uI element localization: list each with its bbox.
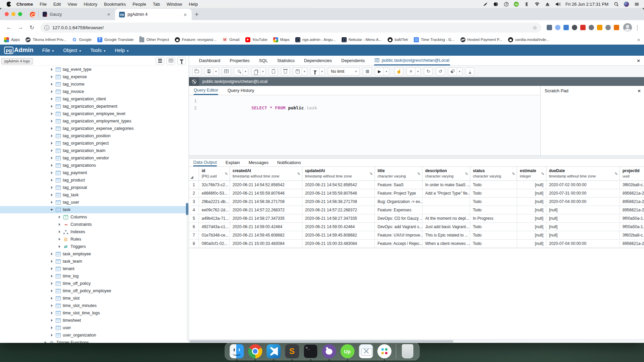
bookmark-item[interactable]: YouTube bbox=[245, 37, 267, 42]
siri-icon[interactable] bbox=[624, 2, 629, 7]
chevron-icon[interactable] bbox=[49, 297, 54, 300]
sidebar-scrollbar-thumb[interactable] bbox=[186, 203, 188, 215]
cell-id[interactable]: e8666f0c-53... bbox=[199, 189, 230, 198]
masks-icon[interactable] bbox=[493, 1, 498, 7]
cell-id[interactable]: 090a0cf1-02... bbox=[199, 240, 230, 248]
filter-options-dropdown[interactable] bbox=[319, 67, 325, 75]
minimize-window-button[interactable] bbox=[11, 12, 15, 16]
stop-button[interactable] bbox=[363, 67, 372, 75]
pgadmin-tab[interactable]: SQL bbox=[259, 56, 268, 65]
bookmark-item[interactable]: Feature: reorganiz... bbox=[175, 37, 217, 42]
notification-center-icon[interactable] bbox=[634, 1, 639, 7]
save-options-dropdown[interactable] bbox=[213, 67, 219, 75]
menu-bar-clock[interactable]: Fri 26 Jun 2:17:31 PM bbox=[565, 2, 608, 7]
cell-status[interactable]: Todo bbox=[470, 189, 517, 198]
sql-editor[interactable]: 12 SELECT * FROM public.task bbox=[189, 95, 540, 155]
new-tab-button[interactable] bbox=[192, 9, 202, 19]
tree-item[interactable]: tenant bbox=[0, 265, 189, 272]
cell-description[interactable] bbox=[423, 198, 470, 206]
pgadmin-menu-item[interactable]: Object bbox=[63, 48, 81, 53]
cell-updatedAt[interactable]: 2020-06-21 14:58:27.347335 bbox=[302, 214, 375, 223]
profile-avatar[interactable] bbox=[623, 23, 632, 32]
forward-button[interactable] bbox=[16, 23, 25, 32]
close-panel-icon[interactable] bbox=[637, 58, 640, 63]
column-header[interactable]: estimateinteger bbox=[517, 167, 546, 181]
cell-createdAt[interactable]: 2020-06-21 14:55:59.807646 bbox=[230, 189, 302, 198]
cell-projectId[interactable]: 3f602ba8-c... bbox=[620, 181, 644, 189]
cell-projectId[interactable]: 9f00a50a-1... bbox=[620, 223, 644, 231]
rollback-button[interactable] bbox=[436, 67, 445, 75]
dock-app-icon[interactable] bbox=[377, 344, 391, 358]
tree-item[interactable]: tag_organization_employee_level bbox=[0, 110, 189, 117]
cell-estimate[interactable]: [null] bbox=[517, 198, 546, 206]
close-tab-icon[interactable] bbox=[182, 12, 188, 17]
tab-pgadmin[interactable]: pg pgAdmin 4 bbox=[115, 9, 192, 20]
chevron-icon[interactable] bbox=[49, 201, 54, 204]
close-window-button[interactable] bbox=[5, 12, 9, 16]
bookmark-item[interactable]: Maps bbox=[273, 37, 290, 42]
column-header[interactable]: id[PK] uuid bbox=[199, 167, 230, 181]
column-header[interactable]: updatedAttimestamp without time zone bbox=[302, 167, 375, 181]
address-bar[interactable]: 127.0.0.1:64759/browser/ bbox=[40, 22, 541, 33]
tree-item[interactable]: tag_organizations bbox=[0, 162, 189, 169]
cell-projectId[interactable]: 8956621a-2... bbox=[620, 206, 644, 214]
chevron-icon[interactable] bbox=[49, 304, 54, 307]
tree-item[interactable]: Triggers bbox=[0, 243, 189, 250]
cell-id[interactable]: 4927d43a-c1... bbox=[199, 223, 230, 231]
table-row[interactable]: 8 090a0cf1-02... 2020-06-21 15:00:33.483… bbox=[189, 240, 644, 248]
bookmark-star-icon[interactable] bbox=[533, 24, 537, 31]
editor-tab[interactable]: Query Editor bbox=[194, 86, 218, 95]
cell-estimate[interactable]: [null] bbox=[517, 214, 546, 223]
cell-title[interactable]: Bug: Organization -> ex... bbox=[375, 198, 423, 206]
menu-app-name[interactable]: Chrome bbox=[16, 2, 33, 7]
chevron-icon[interactable] bbox=[49, 127, 54, 130]
tree-item[interactable]: time_slot_minutes bbox=[0, 302, 189, 309]
output-tab[interactable]: Messages bbox=[249, 159, 268, 166]
cell-createdAt[interactable]: 2020-06-21 14:59:45.608682 bbox=[230, 231, 302, 240]
search-options-dropdown[interactable] bbox=[243, 67, 248, 75]
connection-status-icon[interactable] bbox=[189, 77, 199, 86]
bookmark-item[interactable]: ngx-admin - Angu... bbox=[295, 37, 336, 42]
chevron-icon[interactable] bbox=[49, 260, 54, 263]
row-number-cell[interactable]: 8 bbox=[189, 240, 199, 248]
cell-estimate[interactable]: [null] bbox=[517, 231, 546, 240]
explain-options-button[interactable] bbox=[406, 67, 415, 75]
cell-description[interactable]: This is Epic related to ... bbox=[423, 231, 470, 240]
table-row[interactable]: 7 01e7b348-ce... 2020-06-21 14:59:45.608… bbox=[189, 231, 644, 240]
tree-item[interactable]: tag_task bbox=[0, 191, 189, 199]
bookmark-item[interactable]: Gmail bbox=[222, 37, 240, 42]
chevron-icon[interactable] bbox=[57, 216, 62, 218]
macos-menu-item[interactable]: Window bbox=[166, 2, 182, 7]
cell-projectId[interactable]: 8956621a-2... bbox=[620, 189, 644, 198]
bookmark-item[interactable]: Google bbox=[72, 37, 92, 42]
tree-item[interactable]: task_employee bbox=[0, 250, 189, 258]
bookmark-item[interactable]: Time Tracking - G... bbox=[414, 37, 455, 42]
clear-button[interactable] bbox=[448, 67, 457, 75]
tree-item[interactable]: user bbox=[0, 324, 189, 331]
databases-toggle-button[interactable] bbox=[156, 57, 164, 64]
cell-estimate[interactable]: [null] bbox=[517, 240, 546, 248]
bluetooth-icon[interactable] bbox=[524, 1, 529, 7]
close-tab-icon[interactable] bbox=[106, 11, 112, 17]
tree-item[interactable]: Indexes bbox=[0, 228, 189, 236]
tab-query-tool-active[interactable]: public.task/postgres/chetan@Local bbox=[374, 56, 450, 65]
cell-updatedAt[interactable]: 2020-06-21 14:54:52.858542 bbox=[302, 181, 375, 189]
bookmark-item[interactable]: Apps bbox=[4, 37, 20, 42]
chevron-icon[interactable] bbox=[49, 68, 54, 71]
extension-icon[interactable] bbox=[572, 25, 577, 30]
explain-button[interactable] bbox=[394, 67, 403, 75]
bookmarks-overflow-icon[interactable] bbox=[637, 37, 640, 42]
cell-projectId[interactable]: 8956621a-2... bbox=[620, 240, 644, 248]
extension-icon[interactable] bbox=[597, 25, 602, 30]
pgadmin-menu-item[interactable]: Help bbox=[115, 48, 129, 53]
extension-icon[interactable] bbox=[614, 25, 619, 30]
cell-updatedAt[interactable]: 2020-06-21 14:59:45.608682 bbox=[302, 231, 375, 240]
cell-dueDate[interactable]: 2020-07-02 00:00:00 bbox=[546, 181, 620, 189]
chevron-icon[interactable] bbox=[49, 135, 54, 137]
chevron-icon[interactable] bbox=[49, 209, 54, 211]
cell-dueDate[interactable]: 2020-07-04 00:00:00 bbox=[546, 198, 620, 206]
url-text[interactable]: 127.0.0.1:64759/browser/ bbox=[52, 25, 533, 30]
chevron-icon[interactable] bbox=[49, 319, 54, 322]
edit-button[interactable] bbox=[293, 67, 302, 75]
cell-projectId[interactable]: 9f00a50a-1... bbox=[620, 214, 644, 223]
